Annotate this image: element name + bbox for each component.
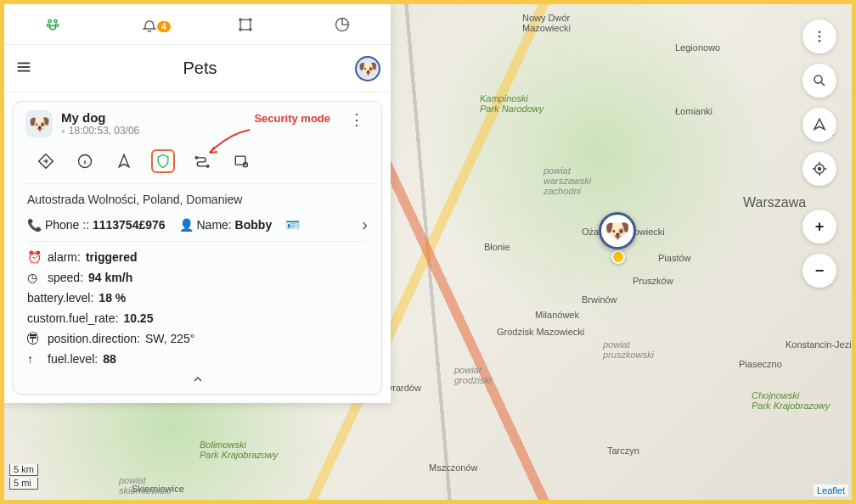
pet-avatar-icon: 🐶 xyxy=(25,110,53,137)
zoom-in-button[interactable]: + xyxy=(802,210,836,244)
phone-row: 📞 Phone :: 1113754£976 xyxy=(27,218,166,232)
search-button[interactable] xyxy=(802,64,836,98)
battery-row: battery.level: 18 % xyxy=(27,288,368,308)
tab-geofence[interactable] xyxy=(198,16,295,33)
svg-point-27 xyxy=(195,157,198,160)
map-scale: 5 km 5 mi xyxy=(9,464,38,491)
svg-point-28 xyxy=(206,165,209,168)
hamburger-icon xyxy=(14,58,33,76)
person-icon: 👤 xyxy=(179,218,194,232)
dog-avatar-icon: 🐶 xyxy=(599,212,636,249)
name-row: 👤 Name: Bobby xyxy=(179,218,273,232)
more-options-button[interactable] xyxy=(802,20,836,53)
tab-reports[interactable] xyxy=(294,16,391,33)
svg-line-4 xyxy=(821,82,825,86)
chevron-up-icon xyxy=(191,372,205,386)
pet-address: Autostrada Wolności, Poland, Domaniew xyxy=(27,193,368,206)
location-dot xyxy=(611,250,625,264)
notification-badge: 4 xyxy=(157,21,171,32)
gauge-icon: ◷ xyxy=(27,271,42,284)
device-settings-button[interactable] xyxy=(229,149,253,173)
menu-button[interactable] xyxy=(14,58,45,79)
direction-row: 〶 position.direction: SW, 225° xyxy=(27,328,368,349)
expand-button[interactable]: › xyxy=(362,215,368,234)
svg-point-1 xyxy=(819,36,821,38)
card-more-button[interactable]: ⋮ xyxy=(344,110,369,129)
user-avatar[interactable]: 🐶 xyxy=(355,56,380,81)
route-button[interactable] xyxy=(190,149,214,173)
svg-point-2 xyxy=(819,40,821,42)
svg-point-19 xyxy=(239,28,242,31)
locate-me-button[interactable] xyxy=(802,152,836,186)
arrow-up-icon: ↑ xyxy=(27,352,42,366)
speed-row: ◷ speed: 94 km/h xyxy=(27,267,368,288)
fuellevel-row: ↑ fuel.level: 88 xyxy=(27,349,368,369)
directions-button[interactable] xyxy=(34,149,58,173)
side-panel: 4 Pets 🐶 🐶 My dog 18:00:53, 03/06 Securi… xyxy=(4,4,391,403)
alarm-clock-icon: ⏰ xyxy=(27,250,42,264)
svg-point-6 xyxy=(819,168,821,171)
bell-icon xyxy=(141,16,158,33)
contact-card-icon: 🪪 xyxy=(285,218,300,232)
svg-point-11 xyxy=(48,20,51,22)
svg-rect-16 xyxy=(241,20,251,30)
panel-header: Pets 🐶 xyxy=(4,45,391,92)
phone-icon: 📞 xyxy=(27,218,42,232)
info-button[interactable] xyxy=(73,149,97,173)
map-attribution[interactable]: Leaflet xyxy=(814,484,848,496)
tab-notifications[interactable]: 4 xyxy=(101,16,198,33)
security-mode-button[interactable] xyxy=(151,149,175,173)
paw-icon xyxy=(44,16,61,33)
top-tabs: 4 xyxy=(4,4,391,45)
svg-point-15 xyxy=(50,25,56,29)
svg-point-12 xyxy=(54,20,57,22)
collapse-button[interactable] xyxy=(27,369,368,389)
panel-title: Pets xyxy=(45,59,355,78)
svg-point-3 xyxy=(814,76,822,83)
navigate-button[interactable] xyxy=(112,149,136,173)
pet-card: 🐶 My dog 18:00:53, 03/06 Security mode ⋮… xyxy=(13,101,382,395)
alarm-row: ⏰ alarm: triggered xyxy=(27,247,368,267)
signpost-icon: 〶 xyxy=(27,332,42,345)
card-action-row xyxy=(20,144,374,184)
fuelrate-row: custom.fuel_rate: 10.25 xyxy=(27,308,368,328)
svg-point-17 xyxy=(239,18,242,20)
zoom-out-button[interactable]: − xyxy=(802,254,836,288)
security-mode-annotation: Security mode xyxy=(254,112,330,125)
svg-point-18 xyxy=(250,18,252,20)
pie-chart-icon xyxy=(334,16,351,33)
svg-point-0 xyxy=(819,31,821,33)
geofence-icon xyxy=(237,16,254,33)
svg-point-20 xyxy=(250,28,252,31)
pet-map-marker[interactable]: 🐶 xyxy=(599,212,636,249)
navigation-arrow-button[interactable] xyxy=(802,108,836,142)
tab-pets[interactable] xyxy=(4,16,101,33)
pet-timestamp: 18:00:53, 03/06 xyxy=(61,125,344,137)
